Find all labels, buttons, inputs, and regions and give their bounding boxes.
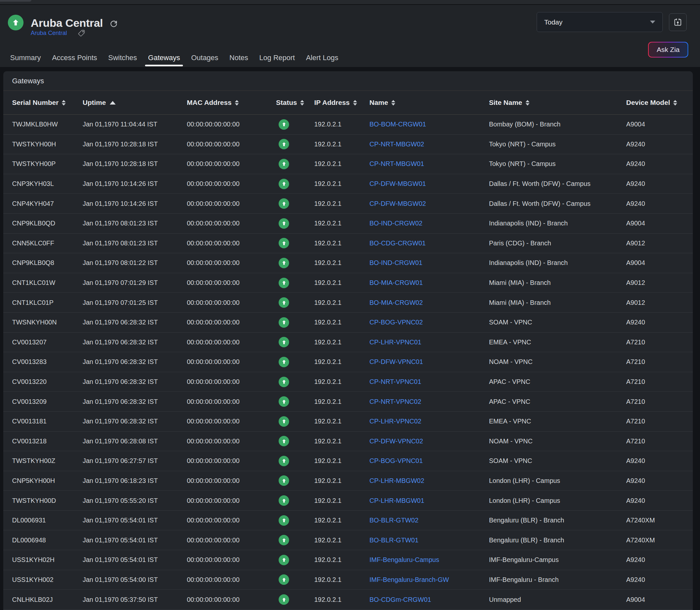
gateway-name-link[interactable]: CP-DFW-MBGW02 [370,200,426,207]
gateway-name-link[interactable]: BO-CDG-CRGW01 [370,240,426,247]
site-name-cell: Bombay (BOM) - Branch [489,121,626,128]
gateway-name-link[interactable]: CP-NRT-MBGW02 [370,141,424,148]
refresh-icon [109,19,118,29]
column-header-device-model[interactable]: Device Model [626,99,693,107]
sort-toggle-icon[interactable] [353,100,357,106]
site-name-cell: EMEA - VPNC [489,418,626,425]
status-cell [276,396,314,407]
column-header-ip-address[interactable]: IP Address [314,99,370,107]
name-cell: BO-BLR-GTW02 [370,516,489,524]
breadcrumb-link[interactable]: Aruba Central [31,30,67,37]
uptime-cell: Jan 01,1970 08:01:23 IST [83,220,187,227]
mac-address-cell: 00:00:00:00:00:00 [187,299,276,306]
gateway-name-link[interactable]: IMF-Bengaluru-Campus [370,556,439,563]
mac-address-cell: 00:00:00:00:00:00 [187,240,276,247]
name-cell: CP-BOG-VPNC02 [370,319,489,326]
up-arrow-icon [281,181,287,187]
ip-address-cell: 192.0.2.1 [314,536,370,544]
scheduled-report-button[interactable] [669,13,687,31]
serial-number-cell: TWSTKYH00D [12,497,83,504]
column-header-site-name[interactable]: Site Name [489,99,626,107]
gateway-name-link[interactable]: BO-MIA-CRGW01 [370,279,423,286]
column-header-label: MAC Address [187,99,232,107]
name-cell: BO-MIA-CRGW02 [370,299,489,306]
name-cell: CP-LHR-MBGW01 [370,497,489,504]
tab-outages[interactable]: Outages [191,49,218,67]
status-cell [276,218,314,229]
sort-toggle-icon[interactable] [235,100,239,106]
vertical-scrollbar[interactable] [693,67,700,610]
tag-button[interactable] [78,29,85,37]
ask-zia-button[interactable]: Ask Zia [648,42,688,58]
gateways-panel: Gateways Serial NumberUptimeMAC AddressS… [3,71,693,610]
serial-number-cell: TWSTKYH00P [12,160,83,167]
tab-summary[interactable]: Summary [10,49,41,67]
gateway-name-link[interactable]: BO-IND-CRGW02 [370,220,422,227]
tab-access-points[interactable]: Access Points [52,49,97,67]
uptime-cell: Jan 01,1970 11:04:44 IST [83,121,187,128]
sort-toggle-icon[interactable] [300,100,304,106]
gateway-name-link[interactable]: CP-LHR-MBGW01 [370,497,424,504]
sort-toggle-icon[interactable] [673,100,677,106]
gateway-name-link[interactable]: BO-BLR-GTW01 [370,536,419,544]
column-header-status[interactable]: Status [276,99,314,107]
sort-toggle-icon[interactable] [62,100,66,106]
column-header-mac-address[interactable]: MAC Address [187,99,276,107]
gateway-name-link[interactable]: BO-IND-CRGW01 [370,259,422,266]
gateway-name-link[interactable]: CP-NRT-VPNC02 [370,398,421,405]
gateway-name-link[interactable]: BO-MIA-CRGW02 [370,299,423,306]
column-header-name[interactable]: Name [370,99,489,107]
ip-address-cell: 192.0.2.1 [314,259,370,267]
gateway-name-link[interactable]: CP-NRT-VPNC01 [370,378,421,385]
status-cell [276,416,314,427]
device-model-cell: A7210 [626,378,693,386]
up-arrow-icon [281,517,287,523]
gateway-name-link[interactable]: CP-DFW-VPNC02 [370,437,423,445]
device-model-cell: A7240XM [626,536,693,544]
uptime-cell: Jan 01,1970 06:28:08 IST [83,437,187,445]
uptime-cell: Jan 01,1970 05:37:50 IST [83,596,187,604]
tab-switches[interactable]: Switches [108,49,137,67]
gateway-name-link[interactable]: CP-LHR-MBGW02 [370,477,424,484]
name-cell: CP-LHR-VPNC01 [370,338,489,346]
device-model-cell: A9240 [626,200,693,207]
mac-address-cell: 00:00:00:00:00:00 [187,220,276,227]
sort-ascending-icon[interactable] [110,101,116,105]
serial-number-cell: CV0013283 [12,358,83,366]
gateway-name-link[interactable]: CP-DFW-MBGW01 [370,180,426,187]
gateway-name-link[interactable]: CP-BOG-VPNC01 [370,457,423,464]
device-model-cell: A9240 [626,497,693,504]
status-up-icon [279,396,289,407]
status-up-icon [279,238,289,248]
column-header-uptime[interactable]: Uptime [83,99,187,107]
gateway-name-link[interactable]: IMF-Bengaluru-Branch-GW [370,576,449,583]
tab-log-report[interactable]: Log Report [259,49,295,67]
gateway-name-link[interactable]: BO-BOM-CRGW01 [370,121,426,128]
gateway-name-link[interactable]: BO-CDGm-CRGW01 [370,596,431,603]
status-cell [276,574,314,585]
sort-toggle-icon[interactable] [391,100,395,106]
time-range-value: Today [544,18,650,26]
gateway-name-link[interactable]: CP-NRT-MBGW01 [370,160,424,167]
tab-notes[interactable]: Notes [229,49,248,67]
name-cell: BO-BLR-GTW01 [370,536,489,544]
name-cell: BO-CDG-CRGW01 [370,240,489,247]
browser-tab-remnant [0,0,31,2]
name-cell: CP-LHR-MBGW02 [370,477,489,484]
gateway-name-link[interactable]: CP-LHR-VPNC01 [370,338,421,346]
up-arrow-icon [281,320,287,325]
status-up-icon [279,198,289,209]
gateway-name-link[interactable]: CP-LHR-VPNC02 [370,418,421,425]
sort-toggle-icon[interactable] [525,100,530,106]
gateway-name-link[interactable]: CP-BOG-VPNC02 [370,319,423,326]
status-up-icon [279,456,289,466]
tab-gateways[interactable]: Gateways [148,49,180,67]
gateway-name-link[interactable]: CP-DFW-VPNC01 [370,358,423,365]
gateway-name-link[interactable]: BO-BLR-GTW02 [370,516,419,524]
tab-alert-logs[interactable]: Alert Logs [306,49,338,67]
column-header-serial-number[interactable]: Serial Number [12,99,83,107]
refresh-button[interactable] [109,19,119,29]
status-up-icon [279,436,289,446]
site-name-cell: Indianapolis (IND) - Branch [489,259,626,267]
time-range-select[interactable]: Today [537,12,663,32]
